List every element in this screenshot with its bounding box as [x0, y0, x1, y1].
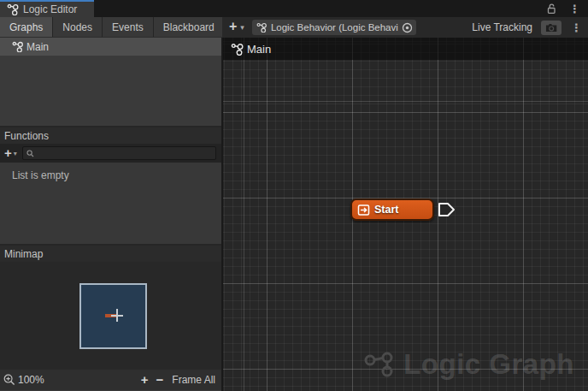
canvas-menu-icon[interactable]: ⋮: [568, 22, 585, 33]
breadcrumb: Main: [223, 38, 588, 60]
screenshot-button[interactable]: [541, 21, 562, 35]
logic-graph-icon: [12, 41, 24, 52]
zoom-level: 100%: [18, 374, 44, 386]
camera-icon: [545, 23, 558, 33]
start-icon: [357, 204, 370, 216]
search-input[interactable]: [37, 147, 212, 159]
graphs-sidebar: Main Functions + ▾ List is empty Minimap: [0, 38, 222, 391]
minimap-header: Minimap: [0, 246, 221, 262]
window-menu-icon[interactable]: ⋮: [567, 3, 583, 15]
minimap-viewport[interactable]: [79, 283, 147, 349]
logic-graph-icon: [7, 3, 20, 15]
title-bar: Logic Editor ⋮: [0, 0, 588, 17]
minimap[interactable]: [0, 262, 221, 370]
tab-nodes[interactable]: Nodes: [53, 17, 103, 37]
zoom-out-button[interactable]: −: [156, 372, 173, 388]
zoom-status-bar: 100% + − Frame All: [0, 370, 221, 390]
unlock-icon[interactable]: [546, 3, 556, 15]
tab-graphs[interactable]: Graphs: [0, 17, 53, 37]
logic-graph-icon: [256, 22, 268, 33]
graph-list-empty-area: [0, 56, 221, 127]
target-icon[interactable]: [402, 22, 413, 33]
graph-canvas[interactable]: Main Start: [223, 38, 588, 391]
functions-controls: + ▾: [0, 144, 221, 163]
logic-editor-window: Logic Editor ⋮ Graphs Nodes Events Black…: [0, 0, 588, 391]
watermark-text: Logic Graph: [403, 348, 574, 381]
canvas-toolbar: + ▾ Logic Behavior (Logic Behavi: [222, 17, 588, 38]
output-port[interactable]: [438, 202, 456, 217]
add-function-caret-icon[interactable]: ▾: [12, 150, 22, 157]
tab-events[interactable]: Events: [103, 17, 154, 37]
watermark: Logic Graph: [364, 348, 574, 381]
toolbar: Graphs Nodes Events Blackboard + ▾: [0, 17, 588, 38]
functions-list: List is empty: [0, 163, 221, 246]
breadcrumb-label: Main: [247, 43, 271, 56]
zoom-magnifier-icon: [3, 374, 15, 386]
add-function-button[interactable]: +: [4, 146, 12, 161]
add-graph-button[interactable]: +: [227, 20, 238, 35]
start-node[interactable]: Start: [350, 198, 434, 221]
live-tracking-label[interactable]: Live Tracking: [472, 21, 532, 33]
empty-list-label: List is empty: [12, 169, 69, 181]
zoom-in-button[interactable]: +: [141, 372, 156, 388]
graph-selector-label: Logic Behavior (Logic Behavi: [271, 22, 398, 33]
graph-selector-dropdown[interactable]: Logic Behavior (Logic Behavi: [252, 20, 416, 35]
logic-graph-icon: [231, 43, 244, 56]
functions-search[interactable]: [22, 146, 216, 160]
node-title: Start: [374, 204, 398, 216]
minimap-crosshair-icon: [111, 315, 123, 317]
tab-logic-editor[interactable]: Logic Editor: [0, 0, 94, 17]
add-graph-caret-icon[interactable]: ▾: [239, 23, 247, 32]
logic-graph-watermark-icon: [364, 351, 397, 378]
sidebar-tab-strip: Graphs Nodes Events Blackboard: [0, 17, 222, 38]
functions-header: Functions: [0, 127, 221, 144]
search-icon: [26, 150, 34, 157]
graph-item-label: Main: [26, 41, 49, 53]
tab-title: Logic Editor: [23, 3, 77, 15]
tab-blackboard[interactable]: Blackboard: [154, 17, 225, 37]
graph-list-item-main[interactable]: Main: [0, 38, 221, 56]
frame-all-button[interactable]: Frame All: [172, 374, 215, 386]
